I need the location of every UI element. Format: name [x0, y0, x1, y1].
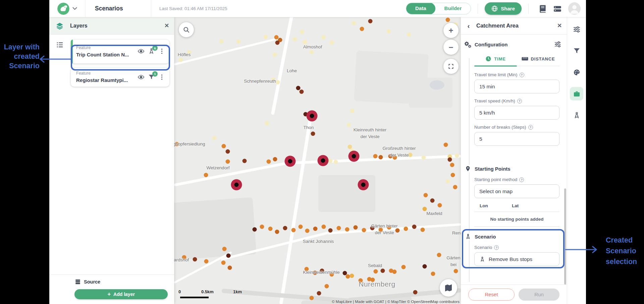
scale-tick: 0.5km	[201, 289, 214, 294]
travel-speed-input[interactable]: 5 km/h	[474, 106, 559, 120]
catchment-close-icon[interactable]: ✕	[552, 22, 567, 29]
map-data-point	[226, 254, 231, 258]
scenario-selected-value: Remove Bus stops	[489, 256, 532, 262]
map-place-label: Rennw	[452, 230, 461, 236]
scenario-compass-icon[interactable]: 6	[148, 48, 155, 55]
map-data-point	[221, 261, 226, 265]
help-icon[interactable]: ?	[517, 99, 522, 103]
layer-card-trip-count[interactable]: Feature Trip Count Station N... 6	[71, 40, 169, 63]
goat-logo[interactable]	[57, 3, 69, 15]
tab-distance[interactable]: DISTANCE	[517, 53, 559, 66]
page-title: Scenarios	[95, 5, 123, 12]
map-data-point	[374, 269, 378, 274]
add-layer-button[interactable]: + Add layer	[74, 289, 168, 299]
annotation-left-arrow	[35, 54, 72, 64]
help-icon[interactable]: ?	[520, 73, 524, 77]
filter-icon[interactable]	[570, 44, 583, 57]
back-chevron-icon[interactable]: ‹	[461, 22, 476, 30]
map-data-point	[291, 228, 296, 232]
map-data-point	[451, 173, 455, 177]
map-place-label: Schnepfenreuth	[244, 78, 276, 85]
map-data-point	[373, 154, 378, 159]
zoom-out-button[interactable]: −	[443, 40, 459, 55]
help-icon[interactable]: ?	[519, 177, 524, 182]
map-place-label: egsopfersiedlung	[174, 141, 205, 147]
annotation-left-label: Layer with created Scenario	[0, 42, 40, 71]
help-icon[interactable]: ?	[494, 245, 499, 250]
visibility-eye-icon[interactable]	[138, 48, 145, 55]
panel-scrollbar[interactable]	[564, 188, 566, 285]
scenario-section-title: Scenario	[475, 234, 567, 240]
map-place-label: Höfles	[178, 51, 191, 58]
basemap-button[interactable]	[440, 279, 457, 297]
map-data-point	[265, 121, 269, 126]
toolbox-icon[interactable]	[570, 87, 583, 100]
reset-button[interactable]: Reset	[468, 289, 515, 301]
map-data-point	[448, 158, 452, 162]
visibility-eye-icon[interactable]	[138, 74, 145, 81]
map-data-point	[362, 228, 366, 232]
layer-type: Feature	[76, 45, 135, 50]
tab-time-label: TIME	[494, 56, 505, 61]
workspace-chevron-down-icon[interactable]	[72, 7, 77, 10]
palette-icon[interactable]	[570, 66, 583, 79]
filter-count-badge: 1	[152, 71, 158, 77]
starting-point-method-select[interactable]: Select on map	[474, 184, 559, 198]
app-window: Scenarios Last Saved: 01:46 AM 17/11/202…	[49, 0, 586, 304]
map-data-point	[337, 226, 341, 230]
source-icon	[75, 279, 81, 285]
map-data-point	[275, 230, 279, 234]
col-lat: Lat	[506, 203, 539, 208]
map-data-point	[444, 143, 448, 147]
map-data-point	[328, 159, 333, 163]
map-data-point	[276, 80, 280, 85]
map-data-point	[423, 264, 427, 269]
tab-time[interactable]: TIME	[474, 53, 517, 66]
layer-list-icon[interactable]	[56, 41, 63, 48]
layer-menu-kebab-icon[interactable]	[158, 74, 165, 81]
map-data-point	[317, 291, 321, 296]
mode-data-button[interactable]: Data	[406, 3, 435, 14]
catchment-type-tabs: TIME DISTANCE	[474, 53, 559, 66]
layers-close-icon[interactable]: ✕	[159, 22, 174, 29]
map-canvas[interactable]: + − 0 0.5km 1km © MapLibre | Made with G…	[174, 17, 461, 304]
map-search-button[interactable]	[179, 22, 194, 37]
scenario-select[interactable]: Remove Bus stops	[474, 252, 559, 266]
map-place-label: hardshof	[174, 257, 189, 263]
mode-builder-button[interactable]: Builder	[435, 3, 471, 14]
map-data-point	[360, 27, 364, 31]
zoom-in-button[interactable]: +	[443, 23, 459, 38]
station-marker	[285, 156, 296, 167]
scenario-compass-icon	[464, 233, 472, 240]
configuration-title: Configuration	[475, 42, 551, 47]
map-data-point	[273, 53, 277, 57]
fit-extent-button[interactable]	[443, 59, 459, 74]
docs-book-icon[interactable]	[538, 4, 547, 13]
map-data-point	[330, 41, 334, 45]
tune-sliders-icon[interactable]	[554, 41, 561, 48]
share-button[interactable]: Share	[485, 2, 522, 15]
travel-time-limit-input[interactable]: 15 min	[474, 80, 559, 93]
expand-arrows-icon	[448, 63, 454, 70]
scenario-compass-icon[interactable]	[570, 108, 583, 122]
map-data-point	[212, 136, 217, 140]
panels-rows-icon[interactable]	[553, 4, 562, 13]
layer-menu-kebab-icon[interactable]	[158, 48, 165, 55]
map-data-point	[264, 35, 268, 39]
help-icon[interactable]: ?	[528, 125, 533, 130]
properties-sliders-icon[interactable]	[570, 23, 583, 36]
run-button[interactable]: Run	[519, 289, 559, 301]
map-polygon	[174, 197, 257, 260]
map-data-point	[310, 50, 314, 54]
user-avatar[interactable]	[568, 2, 581, 15]
globe-icon	[491, 5, 498, 12]
plus-icon: +	[107, 291, 111, 298]
filter-funnel-icon[interactable]: 1	[148, 74, 155, 81]
map-place-label: Thon	[304, 124, 314, 131]
map-data-point	[300, 30, 304, 34]
scenario-compass-icon	[479, 256, 485, 262]
source-label[interactable]: Source	[84, 279, 100, 285]
map-place-label: Lohe	[287, 68, 297, 74]
layer-card-regiostar[interactable]: Feature Regiostar Raumtypi... 1	[71, 68, 169, 87]
number-of-breaks-input[interactable]: 5	[474, 132, 559, 146]
